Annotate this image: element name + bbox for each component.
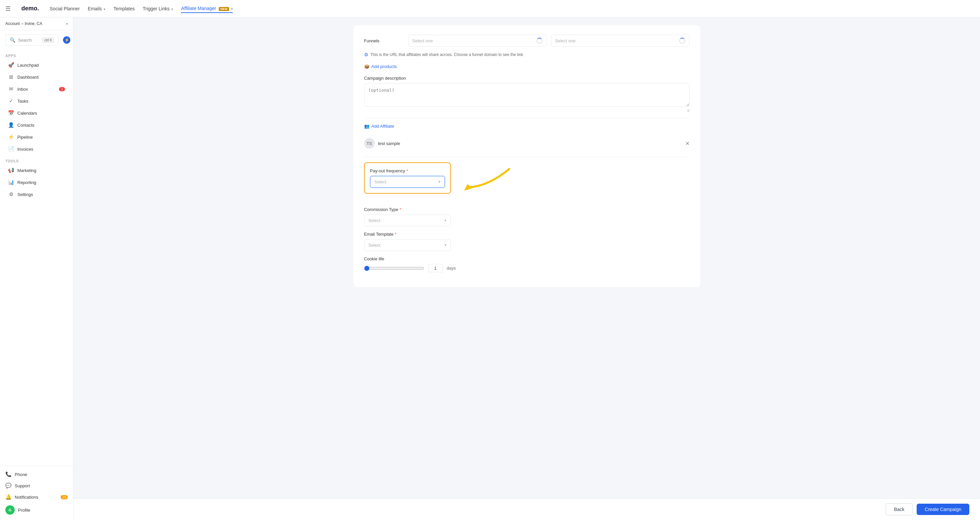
search-shortcut: ctrl K [42, 38, 54, 43]
cookie-unit: days [447, 266, 456, 271]
sidebar-item-calendars[interactable]: 📅 Calendars [3, 107, 70, 119]
phone-label: Phone [15, 472, 27, 477]
invoices-label: Invoices [18, 147, 33, 152]
support-label: Support [15, 483, 30, 488]
sidebar-item-invoices[interactable]: 📄 Invoices [3, 143, 70, 155]
inbox-badge: 1 [59, 87, 65, 91]
layout: Account -- Irvine, CA ▾ 🔍 Search ctrl K … [0, 17, 980, 520]
payout-select-chevron-icon: ▾ [439, 180, 441, 184]
phone-icon: 📞 [5, 471, 11, 477]
profile-label: Profile [18, 508, 30, 513]
reporting-label: Reporting [18, 180, 36, 185]
dashboard-label: Dashboard [18, 75, 39, 80]
commission-type-label: Commission Type * [364, 207, 690, 212]
account-label: Account -- Irvine, CA [5, 21, 66, 26]
emails-chevron-icon: ▾ [104, 7, 105, 11]
textarea-char-count: 0 [364, 109, 690, 113]
add-products-button[interactable]: 📦 Add products [364, 64, 690, 69]
account-selector[interactable]: Account -- Irvine, CA ▾ [0, 17, 73, 30]
sidebar-item-inbox[interactable]: ✉ Inbox 1 [3, 83, 70, 95]
sidebar-notifications[interactable]: 🔔 Notifications 15 [0, 491, 73, 503]
sidebar-bottom: 📞 Phone 💬 Support 🔔 Notifications 15 G P… [0, 466, 73, 520]
cookie-row: days [364, 264, 690, 272]
sidebar-item-contacts[interactable]: 👤 Contacts [3, 119, 70, 131]
quick-action-button[interactable]: ⚡ [63, 37, 70, 44]
funnels-select-2[interactable]: Select one [551, 35, 690, 47]
marketing-icon: 📢 [8, 167, 14, 173]
add-affiliate-button[interactable]: 👥 Add Affiliate [364, 124, 690, 129]
nav-affiliate-manager[interactable]: Affiliate Manager NEW ▾ [181, 4, 233, 13]
sidebar-item-dashboard[interactable]: ⊞ Dashboard [3, 72, 70, 83]
sidebar-item-tasks[interactable]: ✓ Tasks [3, 95, 70, 107]
top-nav: ☰ demo. Social Planner Emails ▾ Template… [0, 0, 980, 17]
email-template-placeholder: Select [369, 243, 380, 248]
account-chevron-icon: ▾ [66, 22, 68, 25]
arrow-annotation [449, 159, 516, 199]
email-template-select[interactable]: Select ▾ [364, 239, 451, 251]
sidebar-item-reporting[interactable]: 📊 Reporting [3, 177, 70, 188]
funnels-select-1[interactable]: Select one [408, 35, 547, 47]
affiliate-name: test sample [378, 141, 682, 146]
notifications-badge: 15 [61, 495, 68, 499]
new-badge: NEW [219, 7, 229, 11]
nav-social-planner[interactable]: Social Planner [50, 5, 80, 13]
cookie-life-section: Cookie life days [364, 256, 690, 272]
dashboard-icon: ⊞ [8, 74, 14, 80]
divider-2 [364, 157, 690, 157]
profile-avatar: G [5, 505, 15, 515]
affiliate-remove-button[interactable]: ✕ [685, 140, 690, 147]
pipeline-label: Pipeline [18, 135, 33, 140]
main-content: Funnels Select one Select one ⚙ [73, 17, 980, 498]
contacts-label: Contacts [18, 122, 34, 128]
trigger-links-chevron-icon: ▾ [172, 7, 173, 11]
launchpad-icon: 🚀 [8, 62, 14, 68]
cookie-life-value[interactable] [428, 264, 443, 272]
payout-frequency-select[interactable]: Select ▾ [370, 176, 445, 188]
funnels-spinner-2 [679, 38, 685, 44]
support-icon: 💬 [5, 483, 11, 489]
launchpad-label: Launchpad [18, 63, 39, 68]
sidebar-item-marketing[interactable]: 📢 Marketing [3, 165, 70, 176]
inbox-icon: ✉ [8, 86, 14, 92]
reporting-icon: 📊 [8, 179, 14, 185]
sidebar-support[interactable]: 💬 Support [0, 480, 73, 491]
apps-section-label: Apps [0, 50, 73, 59]
nav-emails[interactable]: Emails ▾ [88, 5, 105, 13]
sidebar-item-settings[interactable]: ⚙ Settings [3, 189, 70, 200]
campaign-description-input[interactable] [364, 83, 690, 107]
sidebar-phone[interactable]: 📞 Phone [0, 469, 73, 480]
info-icon: ⚙ [364, 52, 369, 57]
sidebar-item-launchpad[interactable]: 🚀 Launchpad [3, 59, 70, 71]
add-affiliate-icon: 👥 [364, 124, 369, 129]
sidebar-profile[interactable]: G Profile [0, 503, 73, 517]
tools-section-label: Tools [0, 155, 73, 164]
notifications-label: Notifications [15, 495, 38, 500]
email-template-chevron-icon: ▾ [444, 243, 447, 247]
nav-trigger-links[interactable]: Trigger Links ▾ [143, 5, 173, 13]
commission-type-select[interactable]: Select ▾ [364, 215, 451, 226]
sidebar-item-pipeline[interactable]: ⚡ Pipeline [3, 131, 70, 143]
inbox-label: Inbox [18, 87, 28, 92]
cookie-life-slider[interactable] [364, 266, 424, 271]
calendars-label: Calendars [18, 111, 37, 116]
campaign-form-panel: Funnels Select one Select one ⚙ [353, 25, 700, 287]
info-row: ⚙ This is the URL that affiliates will s… [364, 52, 690, 57]
svg-marker-0 [464, 184, 473, 191]
search-bar[interactable]: 🔍 Search ctrl K [5, 34, 58, 46]
hamburger-icon[interactable]: ☰ [5, 5, 11, 12]
contacts-icon: 👤 [8, 122, 14, 128]
payout-required-star: * [406, 169, 408, 173]
commission-type-section: Commission Type * Select ▾ [364, 207, 690, 226]
invoices-icon: 📄 [8, 146, 14, 152]
calendars-icon: 📅 [8, 110, 14, 116]
commission-chevron-icon: ▾ [444, 218, 447, 223]
back-button[interactable]: Back [886, 503, 913, 515]
create-campaign-button[interactable]: Create Campaign [916, 504, 969, 515]
nav-templates[interactable]: Templates [113, 5, 135, 13]
marketing-label: Marketing [18, 168, 37, 173]
settings-icon: ⚙ [8, 191, 14, 197]
payout-frequency-section: Pay-out frequency * Select ▾ [364, 162, 451, 194]
tasks-label: Tasks [18, 99, 29, 104]
email-template-required-star: * [395, 232, 396, 237]
email-template-section: Email Template * Select ▾ [364, 232, 690, 251]
